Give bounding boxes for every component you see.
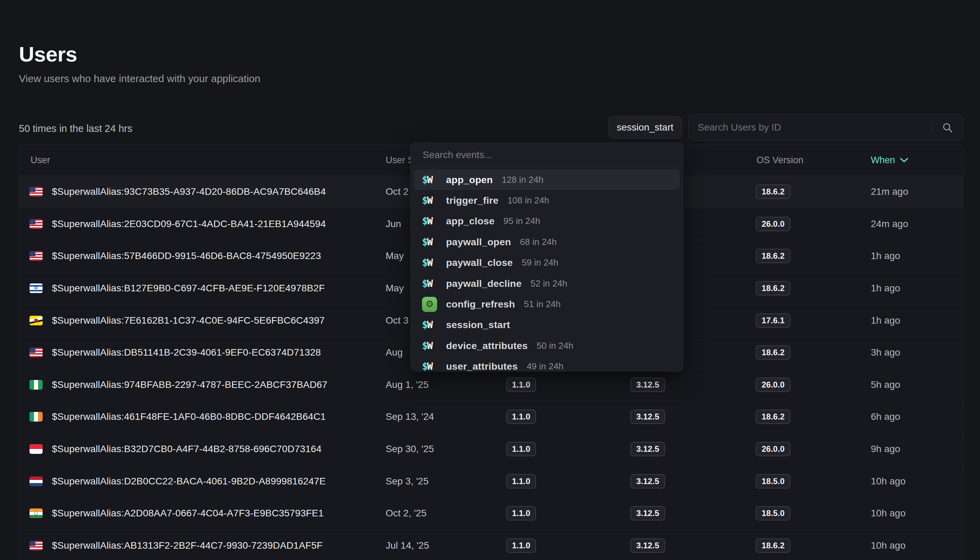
country-flag-icon (30, 444, 43, 454)
app-version-badge: 1.1.0 (506, 474, 536, 488)
country-flag-cell (30, 444, 43, 454)
country-flag-icon (30, 412, 43, 422)
os-version-cell: 18.5.0 (756, 506, 791, 520)
event-dropdown-item[interactable]: $Wsession_start (411, 315, 683, 335)
event-dropdown-search (411, 143, 683, 167)
event-count-summary: 50 times in the last 24 hrs (19, 123, 132, 134)
country-flag-cell (30, 477, 43, 486)
sdk-version-cell: 3.12.5 (630, 538, 665, 553)
when-value: 10h ago (871, 476, 905, 487)
os-version-cell: 18.5.0 (756, 474, 791, 488)
superwall-logo-icon: $W (422, 195, 439, 206)
user-id: $SuperwallAlias:974BFABB-2297-4787-BEEC-… (52, 379, 327, 390)
table-row[interactable]: $SuperwallAlias:461F48FE-1AF0-46B0-8DBC-… (19, 401, 963, 433)
event-dropdown: $Wapp_open128 in 24h$Wtrigger_fire108 in… (411, 143, 683, 372)
table-row[interactable]: $SuperwallAlias:B32D7CB0-A4F7-44B2-8758-… (19, 433, 963, 465)
event-count: 52 in 24h (530, 278, 567, 289)
superwall-logo-icon: $W (422, 237, 439, 248)
event-count: 68 in 24h (520, 237, 556, 247)
event-dropdown-item[interactable]: $Wtrigger_fire108 in 24h (411, 190, 683, 211)
country-flag-cell (30, 187, 43, 197)
country-flag-cell (30, 508, 43, 518)
os-version-badge: 18.6.2 (756, 281, 791, 295)
user-id: $SuperwallAlias:7E6162B1-1C37-4C0E-94FC-… (52, 315, 325, 326)
sdk-version-badge: 3.12.5 (630, 538, 665, 553)
superwall-logo-icon: $W (422, 257, 439, 268)
user-id: $SuperwallAlias:DB51141B-2C39-4061-9EF0-… (52, 347, 321, 358)
event-dropdown-item[interactable]: $Wdevice_attributes50 in 24h (411, 335, 683, 356)
country-flag-icon (30, 508, 43, 518)
sdk-version-cell: 3.12.5 (630, 442, 665, 456)
user-since-value: Aug (385, 347, 403, 358)
country-flag-icon (30, 219, 43, 229)
os-version-badge: 26.0.0 (756, 378, 791, 392)
event-dropdown-item[interactable]: $Wuser_attributes49 in 24h (411, 356, 683, 372)
search-icon[interactable] (942, 122, 954, 134)
os-version-badge: 18.6.2 (756, 185, 791, 199)
user-since-value: Oct 3 (385, 315, 409, 326)
os-version-cell: 17.6.1 (756, 313, 791, 328)
event-dropdown-item[interactable]: $Wapp_close95 in 24h (411, 211, 683, 232)
country-flag-icon (30, 348, 43, 357)
user-since-value: Sep 3, '25 (385, 476, 429, 487)
superwall-logo-icon: $W (422, 361, 439, 372)
country-flag-cell (30, 283, 43, 293)
gear-app-icon: ⚙ (422, 297, 439, 312)
event-dropdown-item[interactable]: $Wpaywall_close59 in 24h (411, 253, 683, 273)
when-value: 10h ago (871, 508, 905, 519)
country-flag-icon (30, 187, 43, 197)
app-version-badge: 1.1.0 (506, 538, 536, 553)
event-name: paywall_decline (446, 278, 522, 289)
country-flag-cell (30, 541, 43, 550)
app-version-cell: 1.1.0 (506, 506, 536, 520)
table-row[interactable]: $SuperwallAlias:A2D08AA7-0667-4C04-A7F3-… (19, 497, 963, 530)
country-flag-icon (30, 316, 43, 325)
when-value: 1h ago (871, 250, 900, 262)
country-flag-icon (30, 283, 43, 293)
app-version-badge: 1.1.0 (506, 442, 536, 456)
os-version-badge: 18.6.2 (756, 249, 791, 263)
event-count: 95 in 24h (503, 216, 540, 227)
when-sort-label: When (871, 155, 895, 166)
country-flag-cell (30, 316, 43, 325)
event-dropdown-item[interactable]: $Wpaywall_open68 in 24h (411, 232, 683, 252)
country-flag-icon (30, 251, 43, 261)
event-count: 59 in 24h (522, 257, 558, 268)
app-version-cell: 1.1.0 (506, 442, 536, 456)
user-since-value: Sep 30, '25 (385, 443, 434, 455)
sdk-version-cell: 3.12.5 (630, 474, 665, 488)
column-header-os-version: OS Version (756, 155, 804, 166)
superwall-logo-icon: $W (422, 319, 439, 330)
when-value: 24m ago (871, 218, 908, 230)
search-users-input[interactable] (689, 115, 926, 140)
event-name: device_attributes (446, 340, 528, 352)
app-version-cell: 1.1.0 (506, 474, 536, 488)
country-flag-icon (30, 380, 43, 390)
event-dropdown-item[interactable]: $Wapp_open128 in 24h (414, 169, 680, 190)
table-row[interactable]: $SuperwallAlias:AB1313F2-2B2F-44C7-9930-… (19, 530, 963, 560)
table-row[interactable]: $SuperwallAlias:974BFABB-2297-4787-BEEC-… (19, 369, 963, 401)
column-header-when[interactable]: When (871, 155, 909, 166)
event-dropdown-item[interactable]: $Wpaywall_decline52 in 24h (411, 273, 683, 294)
user-id: $SuperwallAlias:B127E9B0-C697-4CFB-AE9E-… (52, 283, 325, 294)
sdk-version-cell: 3.12.5 (630, 410, 665, 424)
search-events-input[interactable] (411, 143, 683, 167)
when-value: 5h ago (871, 379, 900, 390)
event-name: app_close (446, 215, 495, 227)
os-version-badge: 26.0.0 (756, 217, 791, 231)
gear-app-icon-bg: ⚙ (422, 297, 437, 312)
user-id: $SuperwallAlias:B32D7CB0-A4F7-44B2-8758-… (52, 443, 322, 455)
event-count: 49 in 24h (527, 361, 563, 372)
when-value: 6h ago (871, 411, 900, 422)
user-since-value: Oct 2 (385, 186, 409, 197)
sdk-version-cell: 3.12.5 (630, 378, 665, 392)
event-dropdown-list: $Wapp_open128 in 24h$Wtrigger_fire108 in… (411, 167, 683, 372)
superwall-logo-icon: $W (422, 340, 439, 352)
event-name: user_attributes (446, 361, 518, 372)
app-version-cell: 1.1.0 (506, 410, 536, 424)
event-filter-button[interactable]: session_start (608, 117, 682, 138)
event-name: session_start (446, 319, 510, 330)
event-dropdown-item[interactable]: ⚙config_refresh51 in 24h (411, 294, 683, 314)
table-row[interactable]: $SuperwallAlias:D2B0CC22-BACA-4061-9B2D-… (19, 465, 963, 497)
sdk-version-badge: 3.12.5 (630, 474, 665, 488)
